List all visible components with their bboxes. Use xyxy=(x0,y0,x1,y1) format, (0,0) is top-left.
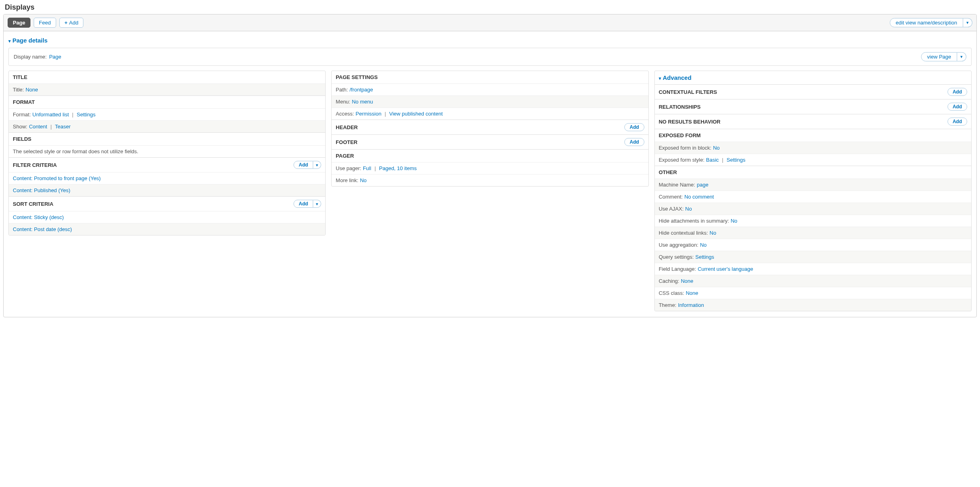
more-link-row: More link: No xyxy=(332,174,648,186)
title-value[interactable]: None xyxy=(26,87,38,93)
col2-panel: PAGE SETTINGS Path: /frontpage Menu: No … xyxy=(331,71,648,187)
sort-link-0[interactable]: Content: Sticky (desc) xyxy=(13,214,64,220)
separator: | xyxy=(49,124,53,130)
tab-feed[interactable]: Feed xyxy=(34,18,56,28)
pager-section-head: PAGER xyxy=(332,149,648,162)
title-section-head: TITLE xyxy=(9,71,325,83)
page-details-label: Page details xyxy=(12,37,48,44)
exposed-style-value[interactable]: Basic xyxy=(706,157,719,163)
edit-view-dropdown[interactable]: ▾ xyxy=(963,18,972,27)
noresults-add-button[interactable]: Add xyxy=(948,118,967,126)
sort-section-head: SORT CRITERIA Add ▾ xyxy=(9,196,325,211)
relationships-head: RELATIONSHIPS Add xyxy=(655,99,971,114)
format-settings[interactable]: Settings xyxy=(77,112,95,118)
use-pager-value[interactable]: Full xyxy=(363,165,371,171)
separator: | xyxy=(383,111,387,117)
sort-head-label: SORT CRITERIA xyxy=(13,201,53,207)
other-row-value[interactable]: No xyxy=(700,242,707,248)
other-row-value[interactable]: No xyxy=(685,206,692,212)
path-value[interactable]: /frontpage xyxy=(350,87,373,93)
page-details-toggle[interactable]: ▾Page details xyxy=(8,35,972,45)
other-rows-container: Machine Name: pageComment: No commentUse… xyxy=(655,179,971,311)
other-row-value[interactable]: Current user's language xyxy=(698,266,753,272)
other-row-value[interactable]: Information xyxy=(678,302,704,308)
show-value[interactable]: Content xyxy=(29,124,47,130)
other-head: OTHER xyxy=(655,166,971,179)
edit-view-split: edit view name/description ▾ xyxy=(890,18,972,27)
format-value[interactable]: Unformatted list xyxy=(32,112,69,118)
other-row-label: Theme: xyxy=(659,302,676,308)
contextual-head: CONTEXTUAL FILTERS Add xyxy=(655,84,971,99)
display-name-value[interactable]: Page xyxy=(49,54,61,60)
other-row-label: Use aggregation: xyxy=(659,242,699,248)
sort-item: Content: Sticky (desc) xyxy=(9,211,325,223)
exposed-block-value[interactable]: No xyxy=(713,145,720,151)
exposed-style-settings[interactable]: Settings xyxy=(727,157,745,163)
title-row: Title: None xyxy=(9,83,325,95)
footer-add-button[interactable]: Add xyxy=(624,138,644,146)
displays-heading: Displays xyxy=(5,3,977,12)
page-details: ▾Page details Display name: Page view Pa… xyxy=(8,35,972,66)
format-label: Format: xyxy=(13,112,31,118)
other-row-value[interactable]: None xyxy=(681,278,693,284)
relationships-add-button[interactable]: Add xyxy=(948,103,967,111)
contextual-add-button[interactable]: Add xyxy=(948,88,967,96)
show-label: Show: xyxy=(13,124,27,130)
filter-item: Content: Published (Yes) xyxy=(9,184,325,196)
other-row-value[interactable]: None xyxy=(686,290,698,296)
other-row-value[interactable]: No xyxy=(710,230,717,236)
filter-link-0[interactable]: Content: Promoted to front page (Yes) xyxy=(13,175,101,181)
col1-panel: TITLE Title: None FORMAT Format: Unforma… xyxy=(8,71,326,235)
separator: | xyxy=(721,157,725,163)
exposed-style-row: Exposed form style: Basic | Settings xyxy=(655,154,971,166)
access-value[interactable]: Permission xyxy=(356,111,381,117)
filter-add-dropdown[interactable]: ▾ xyxy=(313,161,321,169)
other-row-label: Machine Name: xyxy=(659,182,695,188)
view-page-dropdown[interactable]: ▾ xyxy=(957,52,966,61)
sort-add-dropdown[interactable]: ▾ xyxy=(313,200,321,208)
filter-item: Content: Promoted to front page (Yes) xyxy=(9,172,325,184)
other-row: Use aggregation: No xyxy=(655,239,971,251)
advanced-toggle[interactable]: ▾Advanced xyxy=(655,71,971,84)
other-row-value[interactable]: No comment xyxy=(684,194,714,200)
other-row: Hide attachments in summary: No xyxy=(655,215,971,227)
more-link-value[interactable]: No xyxy=(360,177,367,183)
format-row: Format: Unformatted list | Settings xyxy=(9,108,325,120)
title-label: Title: xyxy=(13,87,24,93)
other-row-label: Caching: xyxy=(659,278,679,284)
footer-section-head: FOOTER Add xyxy=(332,134,648,149)
show-teaser[interactable]: Teaser xyxy=(55,124,71,130)
display-name-label: Display name: xyxy=(14,54,47,60)
filter-section-head: FILTER CRITERIA Add ▾ xyxy=(9,157,325,172)
display-tabbar: Page Feed +Add edit view name/descriptio… xyxy=(4,14,976,31)
access-row: Access: Permission | View published cont… xyxy=(332,108,648,120)
other-row: Caching: None xyxy=(655,275,971,287)
other-row-value[interactable]: page xyxy=(697,182,709,188)
format-section-head: FORMAT xyxy=(9,95,325,108)
other-row-label: Hide contextual links: xyxy=(659,230,708,236)
header-head-label: HEADER xyxy=(336,124,358,130)
menu-value[interactable]: No menu xyxy=(352,99,373,105)
other-row-value[interactable]: No xyxy=(731,218,737,224)
other-row: Query settings: Settings xyxy=(655,251,971,263)
filter-link-1[interactable]: Content: Published (Yes) xyxy=(13,187,70,193)
tab-add[interactable]: +Add xyxy=(59,18,84,28)
other-row: Field Language: Current user's language xyxy=(655,263,971,275)
plus-icon: + xyxy=(65,20,68,26)
displays-container: Page Feed +Add edit view name/descriptio… xyxy=(3,14,977,317)
sort-add-button[interactable]: Add xyxy=(294,200,313,208)
sort-link-1[interactable]: Content: Post date (desc) xyxy=(13,226,72,232)
tab-page[interactable]: Page xyxy=(8,18,30,28)
other-row-value[interactable]: Settings xyxy=(695,254,714,260)
header-add-button[interactable]: Add xyxy=(624,123,644,131)
sort-add-split: Add ▾ xyxy=(294,200,321,208)
view-page-button[interactable]: view Page xyxy=(921,52,957,61)
other-row-label: Hide attachments in summary: xyxy=(659,218,729,224)
separator: | xyxy=(373,165,377,171)
use-pager-extra[interactable]: Paged, 10 items xyxy=(379,165,417,171)
access-extra[interactable]: View published content xyxy=(389,111,443,117)
use-pager-label: Use pager: xyxy=(336,165,361,171)
filter-add-button[interactable]: Add xyxy=(294,161,313,169)
edit-view-button[interactable]: edit view name/description xyxy=(890,18,963,27)
col3-panel: ▾Advanced CONTEXTUAL FILTERS Add RELATIO… xyxy=(654,71,972,311)
